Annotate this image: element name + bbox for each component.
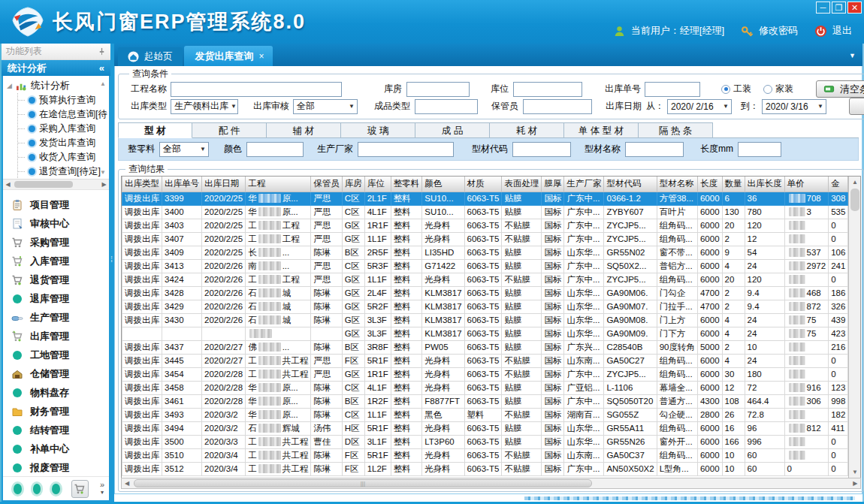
sidebar-item-采购管理[interactable]: 采购管理 bbox=[3, 233, 109, 252]
sidebar-item-审核中心[interactable]: 审核中心 bbox=[3, 214, 109, 233]
column-header-颜色[interactable]: 颜色 bbox=[422, 177, 464, 192]
column-header-型材名称[interactable]: 型材名称 bbox=[657, 177, 697, 192]
logout-link[interactable]: 退出 bbox=[832, 24, 852, 38]
table-row[interactable]: 调拨出库34092020/2/25长...陈琳B区2R5F整料LI35HD606… bbox=[122, 246, 848, 259]
column-header-出库单号[interactable]: 出库单号 bbox=[162, 177, 202, 192]
more-modules-button[interactable]: » ▾ bbox=[100, 481, 104, 496]
product-type-input[interactable] bbox=[415, 99, 478, 114]
factory-input[interactable] bbox=[358, 142, 454, 157]
tree-item[interactable]: 采购入库查询 bbox=[18, 122, 109, 136]
column-header-表面处理[interactable]: 表面处理 bbox=[502, 177, 542, 192]
project-name-input[interactable] bbox=[171, 82, 342, 97]
scroll-down-icon[interactable]: ▼ bbox=[849, 466, 860, 478]
material-tab-2[interactable]: 配 件 bbox=[192, 122, 267, 138]
warehouse-input[interactable] bbox=[406, 82, 470, 97]
scroll-left-icon[interactable]: ◀ bbox=[122, 480, 132, 487]
tree-scroll-up-icon[interactable]: ▲ bbox=[100, 80, 106, 87]
collapse-chevron-icon[interactable]: « bbox=[99, 62, 104, 74]
column-header-单价[interactable]: 单价 bbox=[784, 177, 829, 192]
tree-expander-icon[interactable]: ◢ bbox=[7, 82, 12, 89]
tab-list-caret-icon[interactable]: ▼ bbox=[849, 52, 856, 59]
horizontal-scrollbar[interactable]: ◀ ||| ▶ bbox=[121, 478, 861, 489]
sidebar-item-工地管理[interactable]: 工地管理 bbox=[3, 346, 109, 364]
radio-gongzhuang[interactable]: 工装 bbox=[721, 83, 751, 95]
table-header-row[interactable]: 出库类型出库单号出库日期工程保管员库房库位整零料颜色材质表面处理膜厚生产厂家型材… bbox=[122, 177, 848, 192]
column-header-生产厂家[interactable]: 生产厂家 bbox=[564, 177, 604, 192]
tree-root[interactable]: ◢ 统计分析 bbox=[7, 78, 109, 93]
material-tab-1[interactable]: 型 材 bbox=[118, 122, 192, 138]
column-header-库房[interactable]: 库房 bbox=[342, 177, 364, 192]
horizontal-scroll-thumb[interactable]: ||| bbox=[134, 479, 592, 487]
sidebar-item-退货管理[interactable]: 退货管理 bbox=[3, 270, 109, 289]
table-row[interactable]: 调拨出库33992020/2/25华原...严思C区2L1F整料SU10...6… bbox=[122, 192, 848, 205]
material-tab-6[interactable]: 耗 材 bbox=[490, 122, 564, 138]
table-row[interactable]: 调拨出库34942020/3/2石辉城汤伟H区5R1F整料光身料6063-T5贴… bbox=[122, 421, 848, 435]
profile-code-input[interactable] bbox=[512, 142, 571, 157]
change-password-link[interactable]: 修改密码 bbox=[759, 24, 798, 38]
column-header-出库日期[interactable]: 出库日期 bbox=[202, 177, 246, 192]
tree-item[interactable]: 收货入库查询 bbox=[18, 150, 109, 164]
table-row[interactable]: G区3L3F整料KLM38176063-T5贴膜国标山东华...GA90M09.… bbox=[122, 327, 848, 340]
table-row[interactable]: 调拨出库34302020/2/26石城陈琳G区3L3F整料KLM38176063… bbox=[122, 313, 848, 327]
sidebar-item-项目管理[interactable]: 项目管理 bbox=[3, 195, 109, 214]
tree-item[interactable]: 发货出库查询 bbox=[18, 136, 109, 150]
pin-icon[interactable] bbox=[98, 47, 106, 56]
scroll-right-icon[interactable]: ▶ bbox=[850, 480, 860, 487]
stats-section-header[interactable]: 统计分析 « bbox=[2, 60, 110, 76]
table-row[interactable]: 调拨出库35102020/3/4工共工程陈琳F区5R1F整料光身料6063-T5… bbox=[122, 448, 848, 462]
column-header-数量[interactable]: 数量 bbox=[722, 177, 745, 192]
tree-item[interactable]: 退货查询[待定] bbox=[18, 164, 109, 179]
search-button[interactable]: 查 询 bbox=[849, 98, 864, 115]
table-row[interactable]: 调拨出库34932020/3/2华原...陈琳C区1L1F整料黑色塑料不贴膜国标… bbox=[122, 408, 848, 421]
material-tab-3[interactable]: 辅 材 bbox=[267, 122, 341, 138]
column-header-出库类型[interactable]: 出库类型 bbox=[122, 177, 162, 192]
table-row[interactable]: 调拨出库34072020/2/25工工程严思G区1L1F整料光身料6063-T5… bbox=[122, 232, 848, 246]
sidebar-item-出库管理[interactable]: 出库管理 bbox=[3, 327, 109, 346]
sidebar-item-仓储管理[interactable]: 仓储管理 bbox=[3, 364, 109, 383]
module-circle-icon[interactable] bbox=[33, 484, 41, 494]
length-input[interactable] bbox=[738, 142, 781, 157]
column-header-长度[interactable]: 长度 bbox=[697, 177, 722, 192]
date-from-picker[interactable]: 2020/ 2/16▼ bbox=[667, 99, 732, 114]
audit-select[interactable]: 全部▼ bbox=[293, 99, 358, 114]
material-tab-5[interactable]: 成 品 bbox=[415, 122, 490, 138]
table-row[interactable]: 调拨出库34372020/2/27佛...陈琳B区3R8F整料PW056063-… bbox=[122, 340, 848, 354]
column-header-整零料[interactable]: 整零料 bbox=[391, 177, 422, 192]
scroll-left-icon[interactable]: ◀ bbox=[3, 181, 13, 188]
column-header-膜厚[interactable]: 膜厚 bbox=[542, 177, 564, 192]
sidebar-item-补单中心[interactable]: 补单中心 bbox=[3, 439, 109, 458]
table-row[interactable]: 调拨出库34282020/2/26石城陈琳G区2L4F整料KLM38176063… bbox=[122, 286, 848, 300]
sidebar-item-退库管理[interactable]: 退库管理 bbox=[3, 289, 109, 308]
vertical-scroll-thumb[interactable] bbox=[850, 189, 859, 211]
sidebar-item-财务管理[interactable]: 财务管理 bbox=[3, 402, 109, 421]
whole-part-select[interactable]: 全部▼ bbox=[159, 142, 209, 157]
sidebar-splitter[interactable] bbox=[110, 44, 114, 502]
table-row[interactable]: 调拨出库34292020/2/26石城陈琳G区5R2F整料KLM38176063… bbox=[122, 300, 848, 313]
table-row[interactable]: 调拨出库34542020/2/28工共工程严思G区1R1F整料光身料6063-T… bbox=[122, 367, 848, 381]
column-header-型材代码[interactable]: 型材代码 bbox=[604, 177, 657, 192]
table-row[interactable]: 调拨出库35002020/3/3工共工程曹佳D区3L1F整料LT3P606063… bbox=[122, 435, 848, 448]
table-row[interactable]: 调拨出库34242020/2/26工工程严思G区1L1F整料光身料6063-T5… bbox=[122, 273, 848, 286]
column-header-出库长度[interactable]: 出库长度 bbox=[745, 177, 784, 192]
sidebar-item-报废管理[interactable]: 报废管理 bbox=[3, 458, 109, 476]
tab-close-icon[interactable]: × bbox=[259, 51, 264, 62]
out-type-select[interactable]: 生产领料出库▼ bbox=[171, 99, 238, 114]
tree-scroll-thumb[interactable] bbox=[14, 181, 73, 188]
color-input[interactable] bbox=[246, 142, 304, 157]
sidebar-item-物料盘存[interactable]: 物料盘存 bbox=[3, 383, 109, 402]
material-tab-7[interactable]: 单 体 型 材 bbox=[564, 122, 639, 138]
material-tab-4[interactable]: 玻 璃 bbox=[341, 122, 415, 138]
close-button[interactable]: ✕ bbox=[847, 2, 862, 14]
keeper-input[interactable] bbox=[523, 99, 592, 114]
table-row[interactable]: 调拨出库34132020/2/26南...严思C区5R3F整料G71422606… bbox=[122, 259, 848, 273]
tree-item[interactable]: 预算执行查询 bbox=[18, 93, 109, 107]
tree-item[interactable]: 在途信息查询[待 bbox=[18, 107, 109, 122]
module-circle-icon[interactable] bbox=[14, 484, 22, 494]
column-header-保管员[interactable]: 保管员 bbox=[311, 177, 343, 192]
order-no-input[interactable] bbox=[645, 82, 700, 97]
sidebar-item-结转管理[interactable]: 结转管理 bbox=[3, 421, 109, 439]
tree-scroll-down-icon[interactable]: ▼ bbox=[100, 169, 106, 176]
location-input[interactable] bbox=[513, 82, 582, 97]
tree-horizontal-scrollbar[interactable]: ◀ ▶ bbox=[3, 179, 109, 189]
profile-name-input[interactable] bbox=[625, 142, 684, 157]
